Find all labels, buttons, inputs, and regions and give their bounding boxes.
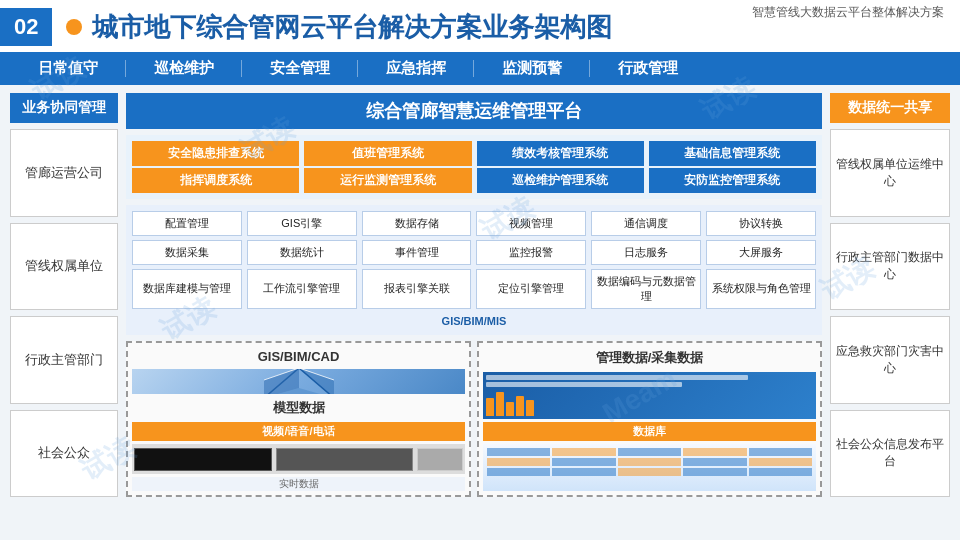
grid-cell-1-5: 大屏服务 <box>706 240 816 265</box>
bottom-section: GIS/BIM/CAD 模型数据 视频/语音/电话 <box>126 341 822 497</box>
tab-admin[interactable]: 行政管理 <box>590 52 706 85</box>
left-column: 业务协同管理 管廊运营公司 管线权属单位 行政主管部门 社会公众 <box>10 93 118 497</box>
right-item-2: 应急救灾部门灾害中心 <box>830 316 950 404</box>
bottom-right-label: 管理数据/采集数据 <box>483 347 816 369</box>
bim-image <box>132 369 465 395</box>
grid-cell-2-4: 数据编码与元数据管理 <box>591 269 701 309</box>
slide-number: 02 <box>0 8 52 46</box>
title-dot <box>66 19 82 35</box>
tab-safety[interactable]: 安全管理 <box>242 52 358 85</box>
gis-label: GIS/BIM/MIS <box>132 313 816 329</box>
grid-cell-0-5: 协议转换 <box>706 211 816 236</box>
right-col-header: 数据统一共享 <box>830 93 950 123</box>
tab-inspection[interactable]: 巡检维护 <box>126 52 242 85</box>
tab-daily[interactable]: 日常值守 <box>10 52 126 85</box>
realtime-label: 视频/语音/电话 <box>132 422 465 441</box>
grid-cell-2-5: 系统权限与角色管理 <box>706 269 816 309</box>
main-content: 业务协同管理 管廊运营公司 管线权属单位 行政主管部门 社会公众 综合管廊智慧运… <box>0 85 960 505</box>
grid-cell-0-1: GIS引擎 <box>247 211 357 236</box>
sys-1: 值班管理系统 <box>304 141 471 166</box>
sys-3: 基础信息管理系统 <box>649 141 816 166</box>
grid-cell-0-3: 视频管理 <box>476 211 586 236</box>
grid-row-2: 数据采集 数据统计 事件管理 监控报警 日志服务 大屏服务 <box>132 240 816 265</box>
grid-cell-1-4: 日志服务 <box>591 240 701 265</box>
systems-row-2: 指挥调度系统 运行监测管理系统 巡检维护管理系统 安防监控管理系统 <box>132 168 816 193</box>
systems-row-1: 安全隐患排查系统 值班管理系统 绩效考核管理系统 基础信息管理系统 <box>132 141 816 166</box>
bottom-right-panel: 管理数据/采集数据 <box>477 341 822 497</box>
right-item-0: 管线权属单位运维中心 <box>830 129 950 217</box>
sys-0: 安全隐患排查系统 <box>132 141 299 166</box>
grid-cell-1-0: 数据采集 <box>132 240 242 265</box>
sys-5: 运行监测管理系统 <box>304 168 471 193</box>
grid-cell-1-2: 事件管理 <box>362 240 472 265</box>
grid-cell-1-1: 数据统计 <box>247 240 357 265</box>
grid-row-1: 配置管理 GIS引擎 数据存储 视频管理 通信调度 协议转换 <box>132 211 816 236</box>
top-label: 智慧管线大数据云平台整体解决方案 <box>752 4 944 21</box>
grid-cell-0-4: 通信调度 <box>591 211 701 236</box>
right-item-1: 行政主管部门数据中心 <box>830 223 950 311</box>
left-item-2: 行政主管部门 <box>10 316 118 404</box>
database-label: 数据库 <box>483 422 816 441</box>
right-item-3: 社会公众信息发布平台 <box>830 410 950 498</box>
header: 02 城市地下综合管网云平台解决方案业务架构图 智慧管线大数据云平台整体解决方案 <box>0 0 960 52</box>
platform-title: 综合管廊智慧运维管理平台 <box>126 93 822 129</box>
grid-row-3: 数据库建模与管理 工作流引擎管理 报表引擎关联 定位引擎管理 数据编码与元数据管… <box>132 269 816 309</box>
left-item-3: 社会公众 <box>10 410 118 498</box>
model-data-label: 模型数据 <box>132 397 465 419</box>
sys-7: 安防监控管理系统 <box>649 168 816 193</box>
grid-cell-0-0: 配置管理 <box>132 211 242 236</box>
video-area <box>132 444 465 474</box>
systems-section: 安全隐患排查系统 值班管理系统 绩效考核管理系统 基础信息管理系统 指挥调度系统… <box>126 135 822 199</box>
top-navigation: 日常值守 巡检维护 安全管理 应急指挥 监测预警 行政管理 <box>0 52 960 85</box>
right-column: 数据统一共享 管线权属单位运维中心 行政主管部门数据中心 应急救灾部门灾害中心 … <box>830 93 950 497</box>
sys-2: 绩效考核管理系统 <box>477 141 644 166</box>
tab-monitor[interactable]: 监测预警 <box>474 52 590 85</box>
center-column: 综合管廊智慧运维管理平台 安全隐患排查系统 值班管理系统 绩效考核管理系统 基础… <box>126 93 822 497</box>
grid-cell-2-1: 工作流引擎管理 <box>247 269 357 309</box>
grid-cell-0-2: 数据存储 <box>362 211 472 236</box>
grid-cell-2-3: 定位引擎管理 <box>476 269 586 309</box>
grid-cell-2-0: 数据库建模与管理 <box>132 269 242 309</box>
mgmt-screen-area <box>483 372 816 419</box>
grid-section: 配置管理 GIS引擎 数据存储 视频管理 通信调度 协议转换 数据采集 数据统计… <box>126 205 822 335</box>
tab-emergency[interactable]: 应急指挥 <box>358 52 474 85</box>
left-col-header: 业务协同管理 <box>10 93 118 123</box>
realtime-data-label: 实时数据 <box>132 477 465 491</box>
sys-6: 巡检维护管理系统 <box>477 168 644 193</box>
left-item-1: 管线权属单位 <box>10 223 118 311</box>
grid-cell-2-2: 报表引擎关联 <box>362 269 472 309</box>
sys-4: 指挥调度系统 <box>132 168 299 193</box>
grid-cell-1-3: 监控报警 <box>476 240 586 265</box>
bottom-left-panel: GIS/BIM/CAD 模型数据 视频/语音/电话 <box>126 341 471 497</box>
left-item-0: 管廊运营公司 <box>10 129 118 217</box>
bottom-left-label: GIS/BIM/CAD <box>132 347 465 366</box>
database-area <box>483 444 816 491</box>
page-title: 城市地下综合管网云平台解决方案业务架构图 <box>92 10 612 45</box>
